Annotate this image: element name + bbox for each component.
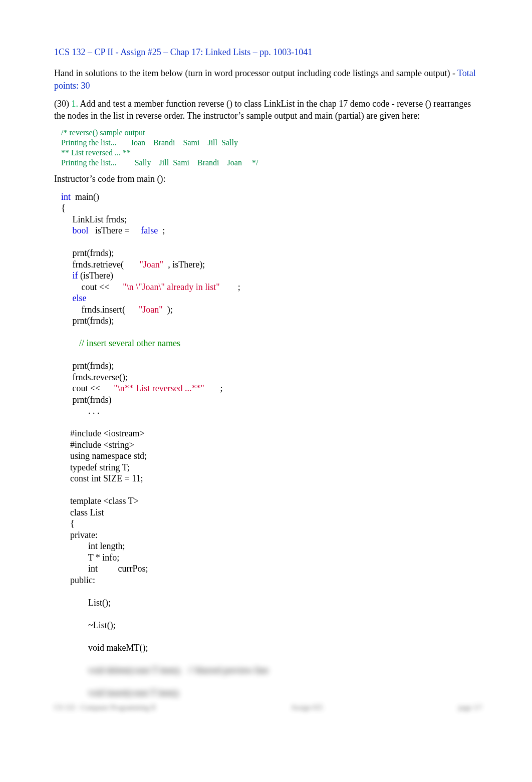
code-l18c: ; [204,383,223,393]
code-l41: void makeMT(); [61,643,148,653]
footer-left: CS 132 - Computer Programming II [54,703,156,713]
blurred-line-1: void delete(const T item); // blurred pr… [61,665,269,675]
code-l32: int length; [61,541,125,551]
code-l31: private: [61,530,98,540]
code-l12: prnt(frnds); [61,316,114,326]
code-l09c: ; [220,282,240,292]
points-paren: (30) [54,99,72,109]
sample-line-3: ** List reversed ... ** [61,148,131,157]
blurred-line-2: void insert(const T item); [61,688,180,698]
lit-joan-2: "Joan" [139,305,163,315]
code-l34: int currPos; [61,564,148,574]
code-l22: #include <iostream> [61,428,145,438]
lit-joan-1: "Joan" [139,259,163,270]
page-footer: CS 132 - Computer Programming II Assign … [54,703,482,713]
kw-false: false [141,225,158,235]
intro-text: Hand in solutions to the item below (tur… [54,68,457,78]
code-l10a [61,293,73,303]
code-l20: . . . [61,406,100,416]
code-l06: prnt(frnds); [61,248,114,258]
sample-line-1: /* reverse() sample output [61,128,145,137]
code-l02: { [61,203,66,213]
code-l04e: ; [158,225,165,235]
code-l17: frnds.reverse(); [61,372,128,382]
intro-paragraph: Hand in solutions to the item below (tur… [54,67,482,92]
problem-number: 1. [72,99,79,109]
code-l37: List(); [61,598,111,608]
code-l35: public: [61,575,95,585]
code-l33: T * info; [61,553,119,563]
code-l01b: main() [71,192,99,202]
code-l07a: frnds.retrieve( [61,259,139,270]
code-l26: const int SIZE = 11; [61,473,143,483]
footer-center: Assign #25 [291,703,323,713]
problem-text: Add and test a member function reverse (… [54,99,471,121]
code-l23: #include <string> [61,440,134,450]
code-l25: typedef string T; [61,462,130,472]
comment-insert: // insert several other names [61,338,180,348]
code-l19: prnt(frnds) [61,395,111,405]
kw-if: if [73,271,78,281]
code-l04c: isThere = [89,225,141,235]
sample-line-4: Printing the list... Sally Jill Sami Bra… [61,158,258,167]
code-l18a: cout << [61,383,114,393]
code-l39: ~List(); [61,620,116,630]
code-l11a: frnds.insert( [61,305,139,315]
sample-line-2: Printing the list... Joan Brandi Sami Ji… [61,138,238,147]
sample-output-block: /* reverse() sample output Printing the … [54,128,482,168]
footer-right: page 1/? [458,703,482,713]
kw-else: else [73,293,87,303]
code-l08a [61,271,73,281]
code-l09a: cout << [61,282,123,292]
code-l07c: , isThere); [163,259,205,270]
code-l29: class List [61,507,104,517]
problem-paragraph: (30) 1. Add and test a member function r… [54,98,482,122]
code-l28: template <class T> [61,496,139,506]
page-title: 1CS 132 – CP II - Assign #25 – Chap 17: … [54,46,482,58]
lit-reversed: "\n** List reversed ...**" [114,383,204,393]
code-l24: using namespace std; [61,451,147,461]
kw-bool: bool [73,225,89,235]
code-l11c: ); [163,305,173,315]
code-l30: { [61,518,75,529]
lit-already: "\n \"Joan\" already in list" [123,282,219,292]
code-l16: prnt(frnds); [61,361,114,371]
code-l08c: (isThere) [78,271,113,281]
document-page: 1CS 132 – CP II - Assign #25 – Chap 17: … [0,0,532,782]
code-l04a [61,225,73,235]
code-l03: LinkList frnds; [61,214,127,224]
instructor-label: Instructor’s code from main (): [54,173,482,185]
kw-int: int [61,192,71,202]
code-block: int main() { LinkList frnds; bool isTher… [54,191,482,699]
